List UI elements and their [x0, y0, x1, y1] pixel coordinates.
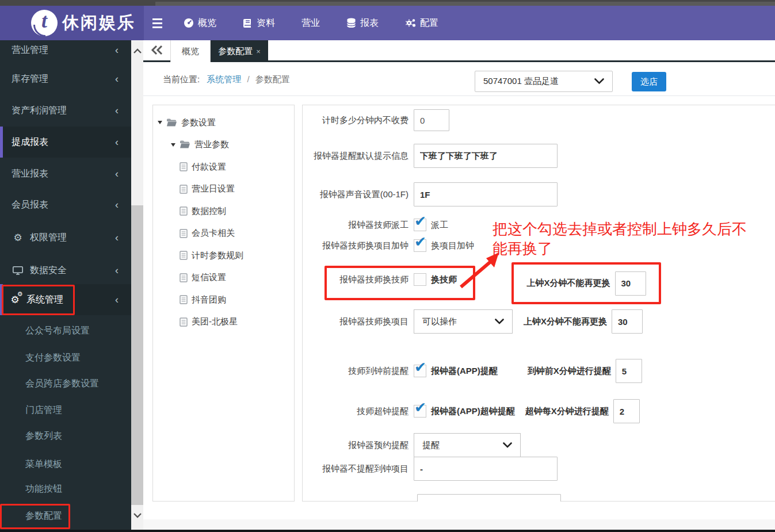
breadcrumb: 当前位置: 系统管理 / 参数配置 — [163, 74, 290, 85]
nav-item-overview[interactable]: 概览 — [170, 6, 230, 40]
tree-leaf-douyin-group[interactable]: 抖音团购 — [153, 289, 294, 311]
tree-leaf-member-card[interactable]: 会员卡相关 — [153, 223, 294, 245]
tab-param-config[interactable]: 参数配置× — [211, 40, 268, 62]
nav-label: 营业 — [301, 17, 320, 29]
scroll-down-icon[interactable] — [131, 509, 143, 522]
sidebar-item-label: 营业管理 — [12, 44, 48, 56]
chevron-down-icon — [594, 78, 604, 85]
chevron-left-icon: ‹ — [115, 168, 119, 180]
over-remind-minutes-input[interactable] — [613, 399, 640, 423]
tree-leaf-business-day[interactable]: 营业日设置 — [153, 178, 294, 201]
sidebar-item-system-mgmt[interactable]: ⚙⚙ 系统管理‹ — [0, 284, 131, 315]
pick-store-button[interactable]: 选店 — [632, 72, 666, 91]
page-scrollbar[interactable] — [131, 40, 143, 530]
checkbox-label: 报钟器(APP)超钟提醒 — [431, 406, 515, 417]
change-item-limit-input[interactable] — [612, 309, 643, 334]
tree-leaf-data-control[interactable]: 数据控制 — [153, 200, 294, 223]
sidebar-item-asset-profit-mgmt[interactable]: 资产利润管理‹ — [0, 95, 131, 126]
sidebar-subitem-store-mgmt[interactable]: 门店管理 — [0, 397, 131, 423]
chevron-left-icon: ‹ — [115, 105, 119, 117]
clipped-input[interactable] — [417, 494, 561, 502]
checkbox-label: 报钟器(APP)提醒 — [431, 366, 498, 377]
close-tab-icon[interactable]: × — [256, 47, 261, 56]
sidebar-item-permission-mgmt[interactable]: ⚙ 权限管理‹ — [0, 222, 131, 253]
scroll-up-icon[interactable] — [131, 45, 143, 58]
sidebar-item-label: 提成报表 — [12, 136, 48, 148]
footer-band — [143, 519, 775, 530]
sidebar-subitem-label: 参数列表 — [25, 430, 62, 442]
change-item-add-checkbox[interactable]: ✔ — [414, 239, 426, 252]
breadcrumb-link-system-mgmt[interactable]: 系统管理 — [207, 74, 241, 84]
tree-leaf-sms-settings[interactable]: 短信设置 — [153, 267, 294, 289]
sidebar-item-member-reports[interactable]: 会员报表‹ — [0, 189, 131, 220]
annotation-line1: 把这个勾选去掉或者控制上钟多久后不 — [493, 219, 763, 239]
checkmark-icon: ✔ — [414, 213, 426, 229]
checkmark-icon: ✔ — [414, 234, 426, 250]
sound-setting-input[interactable] — [414, 182, 558, 206]
sidebar-item-business-mgmt[interactable]: 营业管理‹ — [0, 40, 131, 66]
default-message-input[interactable] — [414, 144, 558, 168]
nav-item-reports[interactable]: 报表 — [333, 6, 392, 40]
tree-leaf-payment-settings[interactable]: 付款设置 — [153, 156, 294, 178]
sidebar-subitem-payment-params[interactable]: 支付参数设置 — [0, 345, 131, 371]
tree-leaf-timing-rules[interactable]: 计时参数规则 — [153, 244, 294, 267]
store-select[interactable]: 50747001 壹品足道 — [475, 71, 613, 92]
tree-node-business-params[interactable]: 营业参数 — [153, 134, 294, 156]
change-tech-limit-input[interactable] — [615, 271, 646, 296]
sidebar-subitem-label: 支付参数设置 — [25, 352, 81, 364]
nav-item-data[interactable]: 资料 — [230, 6, 288, 40]
tab-overview[interactable]: 概览 — [170, 40, 211, 62]
brand-logo[interactable]: t 休闲娱乐 — [0, 6, 144, 40]
sidebar-item-label: 会员报表 — [12, 199, 48, 211]
nav-item-business[interactable]: 营业 — [288, 6, 333, 40]
change-item-select[interactable]: 可以操作 — [414, 309, 513, 334]
field-label: 报钟器预约提醒 — [306, 440, 414, 451]
file-icon — [180, 206, 188, 216]
tree-leaf-label: 付款设置 — [192, 162, 226, 173]
field-label: 报钟器声音设置(00-1F) — [306, 189, 414, 200]
collapse-tabs-icon[interactable] — [151, 45, 163, 58]
sidebar-subitem-cross-store-params[interactable]: 会员跨店参数设置 — [0, 370, 131, 397]
over-remind-checkbox[interactable]: ✔ — [414, 405, 426, 418]
caret-expanded-icon — [158, 120, 162, 125]
sidebar-item-label: 权限管理 — [30, 232, 67, 244]
no-remind-items-input[interactable] — [414, 457, 558, 481]
sidebar-subitem-menu-template[interactable]: 菜单模板 — [0, 451, 131, 477]
file-icon — [180, 251, 188, 260]
chevron-left-icon: ‹ — [115, 232, 119, 244]
sidebar-subitem-function-buttons[interactable]: 功能按钮 — [0, 476, 131, 502]
sidebar-item-inventory-mgmt[interactable]: 库存管理‹ — [0, 63, 131, 94]
hamburger-icon[interactable] — [144, 6, 170, 40]
browser-top-strip — [0, 0, 775, 6]
field-label: 报钟器不提醒到钟项目 — [306, 464, 414, 474]
field-label: 上钟X分钟不能再更换 — [524, 316, 607, 327]
form-row-pre-remind: 技师到钟前提醒 ✔ 报钟器(APP)提醒 到钟前X分钟进行提醒 — [306, 359, 642, 383]
pre-remind-checkbox[interactable]: ✔ — [414, 365, 426, 377]
file-icon — [180, 295, 188, 304]
nav-item-settings[interactable]: 配置 — [392, 6, 452, 40]
field-label: 技师到钟前提醒 — [306, 366, 414, 377]
free-minutes-input[interactable] — [414, 109, 449, 131]
select-value: 提醒 — [422, 440, 440, 451]
main-content: 概览 参数配置× 当前位置: 系统管理 / 参数配置 50747001 壹品足道… — [143, 40, 775, 532]
scrollbar-thumb[interactable] — [131, 205, 143, 505]
tree-leaf-meituan-polaris[interactable]: 美团-北极星 — [153, 311, 294, 334]
booking-remind-select[interactable]: 提醒 — [414, 433, 521, 457]
field-label: 报钟器提醒默认提示信息 — [306, 151, 414, 162]
dispatch-checkbox[interactable]: ✔ — [414, 219, 426, 231]
form-row-change-item-add: 报钟器技师换项目加钟 ✔ 换项目加钟 — [306, 239, 474, 252]
field-label: 到钟前X分钟进行提醒 — [528, 366, 611, 377]
field-label: 上钟X分钟不能再更换 — [526, 278, 610, 289]
pre-remind-minutes-input[interactable] — [616, 359, 642, 383]
change-tech-checkbox[interactable]: ✔ — [414, 273, 426, 286]
checkbox-label: 换技师 — [431, 274, 457, 285]
nav-label: 概览 — [198, 17, 216, 29]
annotation-text: 把这个勾选去掉或者控制上钟多久后不 能再换了 — [493, 219, 763, 258]
sidebar-item-business-reports[interactable]: 营业报表‹ — [0, 158, 131, 189]
tree-node-param-settings[interactable]: 参数设置 — [153, 112, 294, 134]
sidebar-subitem-official-account-layout[interactable]: 公众号布局设置 — [0, 317, 131, 344]
sidebar-subitem-param-config[interactable]: 参数配置 — [0, 503, 131, 529]
sidebar-subitem-param-list[interactable]: 参数列表 — [0, 423, 131, 449]
sidebar-item-commission-reports[interactable]: 提成报表‹ — [0, 127, 131, 158]
sidebar-item-data-security[interactable]: 数据安全‹ — [0, 255, 131, 286]
